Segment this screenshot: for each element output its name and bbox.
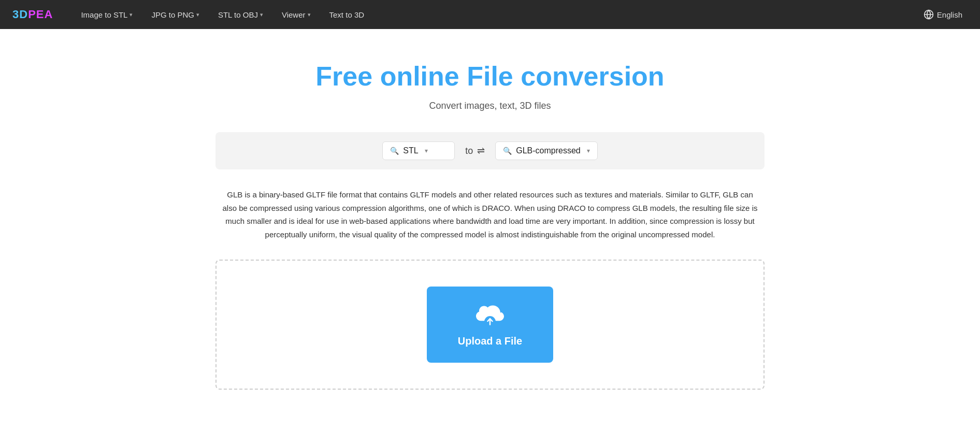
from-format-chevron: ▾	[425, 147, 428, 154]
nav-chevron-image-to-stl: ▾	[129, 11, 133, 18]
nav-item-stl-to-obj[interactable]: STL to OBJ ▾	[211, 6, 270, 23]
from-search-icon: 🔍	[390, 147, 399, 155]
to-format-chevron: ▾	[587, 147, 590, 154]
format-description: GLB is a binary-based GLTF file format t…	[215, 188, 765, 241]
to-text: to	[465, 146, 473, 156]
hero-title: Free online File conversion	[215, 60, 765, 92]
nav-item-image-to-stl[interactable]: Image to STL ▾	[74, 6, 140, 23]
logo[interactable]: 3DPEA	[12, 8, 53, 21]
upload-area[interactable]: Upload a File	[215, 260, 765, 390]
converter-bar: 🔍 STL ▾ to ⇌ 🔍 GLB-compressed ▾	[215, 132, 765, 169]
nav-item-text-to-3d[interactable]: Text to 3D	[322, 6, 372, 23]
nav-item-text-to-3d-label: Text to 3D	[329, 10, 365, 19]
main-content: Free online File conversion Convert imag…	[205, 29, 775, 410]
to-format-select[interactable]: 🔍 GLB-compressed ▾	[495, 141, 598, 160]
nav-item-stl-to-obj-label: STL to OBJ	[218, 10, 258, 19]
from-format-select[interactable]: 🔍 STL ▾	[382, 141, 455, 160]
nav-chevron-stl-to-obj: ▾	[260, 11, 263, 18]
language-selector[interactable]: English	[918, 6, 968, 23]
globe-icon	[924, 9, 934, 20]
to-format-label: GLB-compressed	[516, 146, 581, 155]
navbar: 3DPEA Image to STL ▾ JPG to PNG ▾ STL to…	[0, 0, 980, 29]
from-format-label: STL	[403, 146, 418, 155]
logo-pea: PEA	[28, 8, 53, 21]
upload-button[interactable]: Upload a File	[427, 287, 553, 363]
to-label-container: to ⇌	[465, 145, 485, 156]
upload-button-label: Upload a File	[458, 335, 522, 347]
nav-item-image-to-stl-label: Image to STL	[81, 10, 127, 19]
cloud-icon	[473, 302, 507, 329]
nav-chevron-viewer: ▾	[308, 11, 311, 18]
nav-links: Image to STL ▾ JPG to PNG ▾ STL to OBJ ▾…	[74, 6, 918, 23]
language-label: English	[937, 10, 962, 19]
swap-icon[interactable]: ⇌	[477, 145, 485, 156]
nav-item-jpg-to-png[interactable]: JPG to PNG ▾	[144, 6, 207, 23]
logo-3d: 3D	[12, 8, 28, 21]
to-search-icon: 🔍	[503, 147, 512, 155]
nav-item-viewer-label: Viewer	[282, 10, 306, 19]
nav-item-jpg-to-png-label: JPG to PNG	[151, 10, 194, 19]
cloud-upload-icon	[473, 302, 507, 329]
nav-chevron-jpg-to-png: ▾	[196, 11, 199, 18]
hero-subtitle: Convert images, text, 3D files	[215, 101, 765, 111]
nav-item-viewer[interactable]: Viewer ▾	[275, 6, 318, 23]
